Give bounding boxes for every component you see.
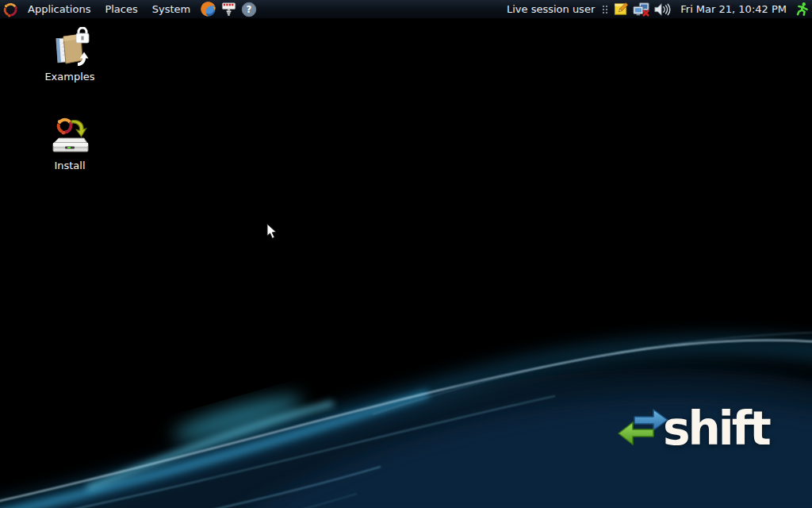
desktop-icon-label: Examples — [36, 71, 103, 83]
shift-brand-text: shift — [663, 402, 769, 456]
svg-text:?: ? — [247, 4, 252, 15]
desktop-screen: Applications Places System — [0, 0, 812, 508]
stand-launcher-icon[interactable] — [220, 1, 237, 18]
menu-system[interactable]: System — [145, 0, 197, 19]
volume-icon[interactable] — [653, 1, 671, 18]
network-offline-icon[interactable] — [633, 1, 650, 18]
firefox-icon[interactable] — [199, 1, 216, 18]
desktop-icon-install[interactable]: Install — [36, 116, 103, 171]
tray-drag-handle[interactable] — [599, 5, 611, 14]
desktop-icon-label: Install — [36, 160, 103, 171]
logout-runner-icon[interactable] — [793, 1, 810, 18]
install-icon — [49, 116, 90, 157]
ubuntu-menu-logo-icon[interactable] — [2, 1, 19, 18]
desktop-icon-examples[interactable]: Examples — [36, 27, 103, 83]
session-user-label[interactable]: Live session user — [502, 3, 599, 15]
panel-clock[interactable]: Fri Mar 21, 10:42 PM — [672, 3, 791, 15]
menu-places[interactable]: Places — [98, 0, 144, 19]
help-icon[interactable]: ? — [240, 1, 258, 18]
examples-folder-icon — [49, 27, 90, 68]
notes-icon[interactable] — [612, 1, 630, 18]
shift-brand-logo: shift — [615, 400, 766, 467]
menu-applications[interactable]: Applications — [21, 0, 98, 19]
top-panel: Applications Places System — [0, 0, 812, 19]
